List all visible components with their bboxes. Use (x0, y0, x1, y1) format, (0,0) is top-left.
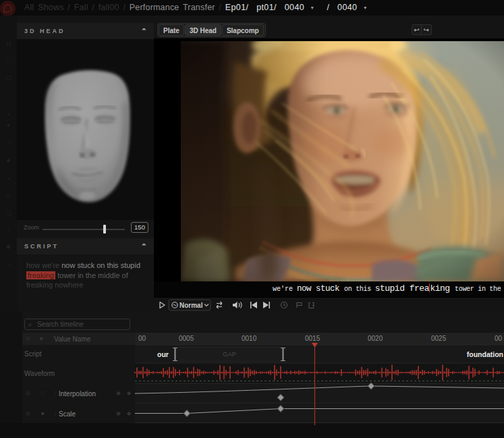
svg-text:GAP: GAP (223, 350, 236, 358)
svg-text:foundation: foundation (467, 350, 503, 358)
svg-text:Normal: Normal (179, 302, 203, 309)
svg-text:our: our (157, 350, 169, 358)
